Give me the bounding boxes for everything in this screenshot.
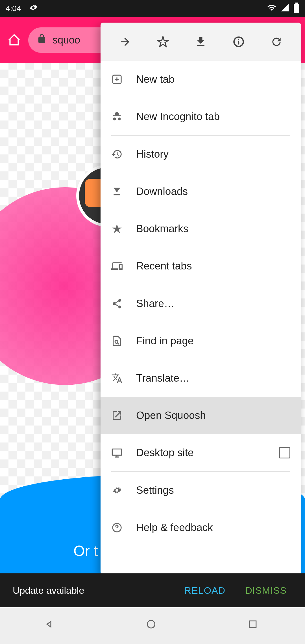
share-icon [111, 298, 123, 309]
menu-item-label: Open Squoosh [136, 410, 290, 421]
svg-rect-1 [295, 3, 298, 4]
desktop-icon [111, 447, 123, 458]
home-nav-button[interactable] [145, 619, 160, 633]
menu-recent-tabs[interactable]: Recent tabs [101, 247, 301, 285]
home-button[interactable] [6, 32, 23, 49]
update-snackbar: Update available RELOAD DISMISS [0, 573, 305, 607]
new-tab-icon [111, 74, 123, 85]
svg-rect-0 [294, 4, 299, 13]
svg-point-7 [147, 621, 155, 628]
navigation-bar [0, 607, 305, 644]
menu-bookmarks[interactable]: Bookmarks [101, 210, 301, 247]
menu-history[interactable]: History [101, 136, 301, 173]
menu-desktop-site[interactable]: Desktop site [101, 434, 301, 471]
snackbar-message: Update available [13, 585, 170, 596]
signal-icon [280, 3, 289, 14]
find-icon [111, 335, 123, 347]
desktop-checkbox[interactable] [279, 447, 290, 458]
menu-item-label: Bookmarks [136, 223, 290, 235]
menu-item-label: Translate… [136, 372, 290, 384]
menu-item-label: Downloads [136, 186, 290, 197]
menu-item-label: Share… [136, 298, 290, 310]
menu-settings[interactable]: Settings [101, 472, 301, 509]
menu-open-app[interactable]: Open Squoosh [101, 397, 301, 434]
info-button[interactable] [227, 31, 250, 53]
menu-item-label: New Incognito tab [136, 111, 290, 123]
menu-item-label: New tab [136, 73, 290, 85]
bookmark-button[interactable] [152, 31, 174, 53]
menu-item-label: Help & feedback [136, 522, 290, 534]
gear-icon [111, 485, 123, 496]
reload-action[interactable]: RELOAD [178, 585, 231, 596]
battery-icon [294, 3, 299, 15]
menu-incognito[interactable]: New Incognito tab [101, 98, 301, 135]
history-icon [111, 149, 123, 160]
menu-help[interactable]: Help & feedback [101, 509, 301, 546]
status-bar: 4:04 [0, 0, 305, 17]
settings-icon [28, 3, 38, 15]
menu-item-label: Settings [136, 484, 290, 496]
open-app-icon [111, 410, 123, 421]
menu-item-label: History [136, 148, 290, 160]
overview-button[interactable] [247, 619, 261, 633]
forward-button[interactable] [114, 31, 136, 53]
svg-point-4 [115, 340, 118, 343]
status-time: 4:04 [6, 4, 21, 13]
dismiss-action[interactable]: DISMISS [239, 585, 292, 596]
translate-icon [111, 373, 123, 384]
menu-share[interactable]: Share… [101, 285, 301, 322]
status-icons [267, 3, 299, 15]
wifi-icon [267, 3, 276, 14]
reload-button[interactable] [265, 31, 288, 53]
lock-icon [37, 34, 47, 46]
menu-downloads[interactable]: Downloads [101, 173, 301, 210]
overflow-menu: New tab New Incognito tab History Downlo… [101, 23, 301, 575]
downloads-icon [111, 186, 123, 197]
download-button[interactable] [189, 31, 212, 53]
menu-toolbar [101, 23, 301, 61]
incognito-icon [111, 111, 123, 122]
menu-translate[interactable]: Translate… [101, 360, 301, 397]
menu-item-label: Recent tabs [136, 260, 290, 272]
menu-item-label: Desktop site [136, 447, 265, 459]
devices-icon [111, 260, 123, 272]
menu-find[interactable]: Find in page [101, 322, 301, 360]
menu-item-label: Find in page [136, 335, 290, 347]
back-button[interactable] [44, 619, 58, 633]
bookmarks-icon [111, 223, 123, 234]
svg-rect-8 [249, 621, 256, 627]
help-icon [111, 522, 123, 533]
hero-text: Or t [73, 542, 98, 559]
svg-rect-5 [112, 449, 121, 455]
menu-list: New tab New Incognito tab History Downlo… [101, 61, 301, 575]
menu-new-tab[interactable]: New tab [101, 61, 301, 98]
url-text: squoo [53, 34, 80, 46]
